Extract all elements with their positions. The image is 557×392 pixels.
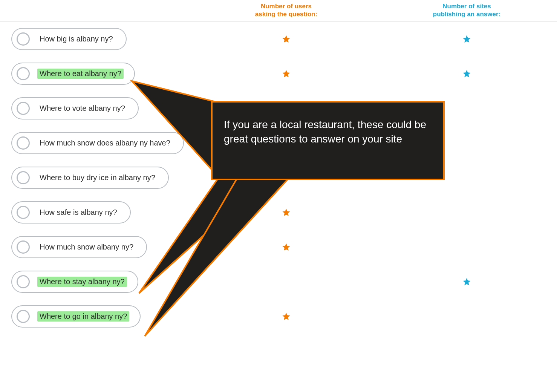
users-star-cell <box>196 34 376 44</box>
question-label: How much snow albany ny? <box>37 242 136 252</box>
users-star-cell <box>196 242 376 252</box>
question-label: How big is albany ny? <box>37 34 115 44</box>
radio-circle[interactable] <box>17 206 30 219</box>
radio-circle[interactable] <box>17 32 30 46</box>
sites-star-cell <box>376 34 557 44</box>
header-users: Number of users asking the question: <box>196 2 376 18</box>
question-chip[interactable]: Where to stay albany ny? <box>11 271 138 293</box>
question-chip[interactable]: Where to go in albany ny? <box>11 305 141 328</box>
question-cell: How much snow albany ny? <box>0 236 196 258</box>
question-cell: Where to vote albany ny? <box>0 97 196 119</box>
radio-circle[interactable] <box>17 240 30 254</box>
table-row: How safe is albany ny? <box>0 195 557 230</box>
table-row: Where to go in albany ny? <box>0 299 557 334</box>
star-icon <box>282 34 291 44</box>
question-chip[interactable]: Where to buy dry ice in albany ny? <box>11 167 169 189</box>
question-cell: How big is albany ny? <box>0 28 196 50</box>
question-label: Where to go in albany ny? <box>37 311 129 322</box>
question-label: How much snow does albany ny have? <box>37 138 173 148</box>
question-label: Where to vote albany ny? <box>37 103 127 113</box>
question-chip[interactable]: How safe is albany ny? <box>11 201 131 224</box>
question-chip[interactable]: Where to vote albany ny? <box>11 97 139 119</box>
callout-box: If you are a local restaurant, these cou… <box>211 101 445 180</box>
radio-circle[interactable] <box>17 67 30 80</box>
radio-circle[interactable] <box>17 171 30 184</box>
question-cell: How safe is albany ny? <box>0 201 196 224</box>
radio-circle[interactable] <box>17 275 30 288</box>
question-label: Where to stay albany ny? <box>37 277 127 287</box>
star-icon <box>282 242 291 252</box>
header-sites: Number of sites publishing an answer: <box>376 2 557 18</box>
question-chip[interactable]: How much snow does albany ny have? <box>11 132 184 154</box>
question-chip[interactable]: How big is albany ny? <box>11 28 127 50</box>
star-icon <box>282 69 291 78</box>
table-row: How much snow albany ny? <box>0 230 557 265</box>
header-sites-line2: publishing an answer: <box>433 11 500 18</box>
question-cell: Where to go in albany ny? <box>0 305 196 328</box>
star-icon <box>462 69 471 78</box>
callout-text: If you are a local restaurant, these cou… <box>224 119 426 145</box>
question-chip[interactable]: How much snow albany ny? <box>11 236 147 258</box>
table-row: Where to stay albany ny? <box>0 265 557 299</box>
star-icon <box>462 277 471 286</box>
question-label: Where to eat albany ny? <box>37 69 124 79</box>
question-label: Where to buy dry ice in albany ny? <box>37 173 158 183</box>
question-chip[interactable]: Where to eat albany ny? <box>11 63 135 85</box>
star-icon <box>282 208 291 217</box>
header-sites-line1: Number of sites <box>442 3 491 10</box>
question-cell: Where to eat albany ny? <box>0 63 196 85</box>
question-cell: How much snow does albany ny have? <box>0 132 196 154</box>
column-headers: Number of users asking the question: Num… <box>0 0 557 22</box>
users-star-cell <box>196 69 376 78</box>
radio-circle[interactable] <box>17 136 30 150</box>
sites-star-cell <box>376 277 557 286</box>
question-cell: Where to stay albany ny? <box>0 271 196 293</box>
header-users-line2: asking the question: <box>255 11 317 18</box>
table-row: Where to eat albany ny? <box>0 57 557 91</box>
users-star-cell <box>196 312 376 321</box>
sites-star-cell <box>376 69 557 78</box>
users-star-cell <box>196 208 376 217</box>
question-cell: Where to buy dry ice in albany ny? <box>0 167 196 189</box>
header-users-line1: Number of users <box>261 3 312 10</box>
star-icon <box>462 34 471 44</box>
question-label: How safe is albany ny? <box>37 207 119 217</box>
radio-circle[interactable] <box>17 102 30 115</box>
table-row: How big is albany ny? <box>0 22 557 57</box>
star-icon <box>282 312 291 321</box>
radio-circle[interactable] <box>17 310 30 323</box>
